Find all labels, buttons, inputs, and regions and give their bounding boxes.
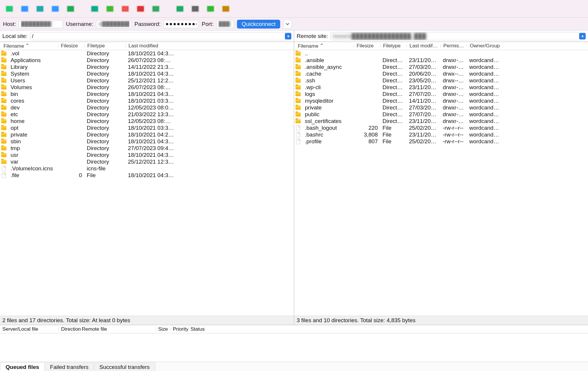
- reconnect-icon[interactable]: [204, 2, 217, 15]
- list-item[interactable]: .wp-cliDirectory23/11/2020 1…drwxr-xr-xw…: [294, 84, 588, 91]
- remote-path-dropdown[interactable]: ▾: [579, 33, 586, 39]
- synchronize-icon[interactable]: [64, 2, 77, 15]
- list-item[interactable]: optDirectory18/10/2021 03:3…: [0, 124, 294, 131]
- list-item[interactable]: varDirectory25/12/2021 12:3…: [0, 158, 294, 165]
- host-label: Host:: [3, 21, 16, 27]
- list-item[interactable]: etcDirectory21/03/2022 13:3…: [0, 111, 294, 118]
- list-item[interactable]: .sshDirectory23/05/2023 1…drwx------word…: [294, 77, 588, 84]
- column-remote-file[interactable]: Remote file: [79, 326, 156, 332]
- list-item[interactable]: .file0File18/10/2021 04:3…: [0, 172, 294, 179]
- column-filesize[interactable]: Filesize: [59, 43, 85, 49]
- column-last-modified[interactable]: Last modified: [126, 43, 185, 49]
- cancel-icon[interactable]: [119, 2, 132, 15]
- cell-type: File: [380, 138, 407, 145]
- quickconnect-button[interactable]: Quickconnect: [237, 20, 280, 29]
- toggle-panes-icon[interactable]: [34, 2, 46, 15]
- column-filename[interactable]: Filename⌃: [1, 43, 59, 49]
- list-item[interactable]: ssl_certificatesDirectory23/11/2020 1…dr…: [294, 118, 588, 124]
- binoculars-icon[interactable]: [219, 2, 232, 15]
- transfer-queue-headers[interactable]: Server/Local fileDirectionRemote fileSiz…: [0, 325, 588, 333]
- cell-mod: 27/07/2023 0…: [407, 111, 440, 118]
- cell-type: Directory: [84, 104, 126, 111]
- username-input[interactable]: [96, 20, 131, 28]
- filter-icon[interactable]: [173, 2, 186, 15]
- site-manager-icon[interactable]: [3, 2, 16, 15]
- local-file-list[interactable]: .volDirectory18/10/2021 04:3…Application…: [0, 50, 294, 316]
- file-name: .cache: [303, 71, 354, 77]
- cell-own: wordcandy…: [467, 77, 502, 84]
- cell-type: Directory: [84, 64, 126, 70]
- column-filetype[interactable]: Filetype: [85, 43, 126, 49]
- column-last-modified[interactable]: Last modified: [407, 43, 441, 49]
- file-name: logs: [303, 91, 354, 97]
- auto-start-icon[interactable]: [149, 2, 162, 15]
- tab-queued-files[interactable]: Queued files: [0, 362, 45, 371]
- remote-column-headers[interactable]: Filename⌃FilesizeFiletypeLast modifiedPe…: [294, 42, 588, 50]
- column-status[interactable]: Status: [188, 326, 241, 332]
- host-input[interactable]: [19, 20, 63, 28]
- folder-icon: [1, 92, 6, 96]
- column-size[interactable]: Size: [156, 326, 171, 332]
- list-item[interactable]: .bash_logout220File25/02/2020 1…-rw-r--r…: [294, 124, 588, 131]
- column-owner-group[interactable]: Owner/Group: [467, 43, 503, 49]
- search-icon[interactable]: [189, 2, 202, 15]
- list-item[interactable]: .bashrc3,808File23/11/2020 1…-rw-r--r--w…: [294, 131, 588, 138]
- local-path-input[interactable]: /: [30, 32, 290, 40]
- column-filename[interactable]: Filename⌃: [295, 43, 354, 49]
- column-direction[interactable]: Direction: [59, 326, 79, 332]
- delete-queue-icon[interactable]: [134, 2, 147, 15]
- list-item[interactable]: LibraryDirectory14/11/2022 21:3…: [0, 64, 294, 70]
- cell-mod: 14/11/2022 21:3…: [126, 64, 184, 70]
- tab-successful-transfers[interactable]: Successful transfers: [94, 362, 155, 371]
- list-item[interactable]: mysqleditorDirectory14/11/2022 1…drwxr-x…: [294, 97, 588, 104]
- column-permissions[interactable]: Permissions: [441, 43, 467, 49]
- file-name: .vol: [8, 50, 58, 57]
- list-item[interactable]: UsersDirectory25/12/2021 12:2…: [0, 77, 294, 84]
- local-path-dropdown[interactable]: ▾: [285, 33, 291, 39]
- folder-icon: [295, 119, 301, 123]
- list-item[interactable]: .volDirectory18/10/2021 04:3…: [0, 50, 294, 57]
- port-input[interactable]: [216, 20, 234, 28]
- cell-own: wordcandy…: [467, 57, 502, 64]
- file-name: .bashrc: [303, 132, 354, 138]
- list-item[interactable]: usrDirectory18/10/2021 04:3…: [0, 152, 294, 158]
- list-item[interactable]: devDirectory12/05/2023 08:0…: [0, 104, 294, 111]
- list-item[interactable]: privateDirectory18/10/2021 04:2…: [0, 131, 294, 138]
- open-connection-icon[interactable]: [18, 2, 31, 15]
- list-item[interactable]: VolumesDirectory26/07/2023 08:…: [0, 84, 294, 91]
- list-item[interactable]: SystemDirectory18/10/2021 04:3…: [0, 70, 294, 77]
- list-item[interactable]: tmpDirectory27/07/2023 09:4…: [0, 145, 294, 152]
- column-server-local-file[interactable]: Server/Local file: [0, 326, 59, 332]
- list-item[interactable]: .ansible_asyncDirectory27/03/2023 2…drwx…: [294, 64, 588, 70]
- list-item[interactable]: .VolumeIcon.icnsicns-file: [0, 165, 294, 172]
- list-item[interactable]: binDirectory18/10/2021 04:3…: [0, 91, 294, 97]
- list-item[interactable]: coresDirectory18/10/2021 03:3…: [0, 97, 294, 104]
- list-item[interactable]: ..: [294, 50, 588, 57]
- column-filetype[interactable]: Filetype: [381, 43, 407, 49]
- file-name: Applications: [8, 57, 58, 64]
- list-item[interactable]: .profile807File25/02/2020 1…-rw-r--r--wo…: [294, 138, 588, 145]
- compare-icon[interactable]: [103, 2, 116, 15]
- refresh-icon[interactable]: [88, 2, 101, 15]
- toggle-treeview-icon[interactable]: [49, 2, 62, 15]
- tab-failed-transfers[interactable]: Failed transfers: [45, 362, 94, 371]
- folder-icon: [295, 85, 301, 89]
- list-item[interactable]: .ansibleDirectory23/11/2020 1…drwxr-xr-x…: [294, 57, 588, 64]
- cell-type: Directory: [84, 159, 126, 165]
- list-item[interactable]: logsDirectory27/07/2023 0…drwxr-xr-xword…: [294, 91, 588, 97]
- remote-path-input[interactable]: /www/w███████████████_███: [330, 32, 584, 40]
- list-item[interactable]: privateDirectory27/03/2023 2…drwxr-xr-xw…: [294, 104, 588, 111]
- password-input[interactable]: [163, 20, 199, 28]
- cell-own: wordcandy…: [467, 91, 502, 97]
- transfer-queue-body[interactable]: [0, 333, 588, 362]
- column-priority[interactable]: Priority: [171, 326, 188, 332]
- list-item[interactable]: publicDirectory27/07/2023 0…drwxr-xr-xwo…: [294, 111, 588, 118]
- list-item[interactable]: ApplicationsDirectory26/07/2023 08:…: [0, 57, 294, 64]
- local-column-headers[interactable]: Filename⌃FilesizeFiletypeLast modified: [0, 42, 294, 50]
- list-item[interactable]: .cacheDirectory20/06/2022 1…drwx------wo…: [294, 70, 588, 77]
- remote-file-list[interactable]: ...ansibleDirectory23/11/2020 1…drwxr-xr…: [294, 50, 588, 316]
- list-item[interactable]: homeDirectory12/05/2023 08:…: [0, 118, 294, 124]
- quickconnect-history-dropdown[interactable]: [283, 20, 292, 29]
- column-filesize[interactable]: Filesize: [354, 43, 381, 49]
- list-item[interactable]: sbinDirectory18/10/2021 04:3…: [0, 138, 294, 145]
